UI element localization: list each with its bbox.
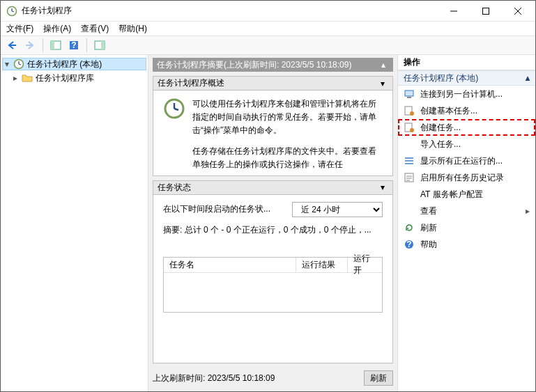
collapse-icon[interactable]: ▴	[526, 73, 530, 83]
app-icon	[6, 6, 17, 17]
summary-header-text: 任务计划程序摘要(上次刷新时间: 2023/5/5 10:18:09)	[157, 59, 351, 71]
task-table: 任务名 运行结果 运行开	[163, 257, 383, 313]
menu-file[interactable]: 文件(F)	[6, 23, 33, 35]
time-range-select[interactable]: 近 24 小时	[292, 202, 383, 217]
help-icon: ?	[404, 239, 415, 250]
action-help[interactable]: ? 帮助	[398, 236, 535, 253]
toolbar: ?	[1, 36, 535, 55]
actions-group-label: 任务计划程序 (本地)	[404, 72, 478, 84]
svg-text:?: ?	[406, 240, 411, 249]
show-hide-action-pane-button[interactable]	[91, 37, 108, 54]
svg-rect-4	[483, 8, 489, 14]
tree-root[interactable]: ▾ 任务计划程序 (本地)	[2, 58, 146, 70]
menu-help[interactable]: 帮助(H)	[118, 23, 147, 35]
svg-rect-27	[405, 157, 413, 159]
expand-icon[interactable]: ▸	[12, 73, 19, 83]
task-icon	[404, 105, 415, 116]
action-create-basic-task[interactable]: 创建基本任务...	[398, 102, 535, 119]
col-task-name[interactable]: 任务名	[164, 258, 296, 272]
show-hide-console-tree-button[interactable]	[47, 37, 64, 54]
folder-icon	[22, 72, 33, 84]
content-area: ▾ 任务计划程序 (本地) ▸ 任务计划程序库 任务计划程序摘要(上次刷新时间:…	[1, 55, 535, 391]
last-refresh-label: 上次刷新时间: 2023/5/5 10:18:09	[153, 373, 275, 384]
status-summary-line: 摘要: 总计 0 个 - 0 个正在运行，0 个成功，0 个停止，...	[163, 224, 383, 236]
svg-rect-29	[405, 163, 413, 164]
action-label: 连接到另一台计算机...	[420, 88, 503, 100]
actions-pane-title: 操作	[398, 55, 535, 70]
overview-title: 任务计划程序概述	[158, 77, 224, 89]
menu-action[interactable]: 操作(A)	[43, 23, 71, 35]
refresh-button[interactable]: 刷新	[364, 370, 393, 386]
summary-header: 任务计划程序摘要(上次刷新时间: 2023/5/5 10:18:09) ▴	[153, 58, 393, 72]
svg-rect-21	[405, 91, 413, 96]
expand-icon[interactable]: ▾	[3, 59, 10, 69]
close-button[interactable]	[502, 1, 534, 22]
submenu-arrow-icon: ▸	[526, 206, 530, 216]
tree-pane: ▾ 任务计划程序 (本地) ▸ 任务计划程序库	[1, 55, 148, 391]
forward-button[interactable]	[22, 37, 38, 54]
minimize-button[interactable]	[438, 1, 470, 22]
import-icon	[404, 139, 415, 150]
svg-rect-28	[405, 160, 413, 162]
action-label: 启用所有任务历史记录	[420, 172, 504, 184]
actions-pane: 操作 任务计划程序 (本地) ▴ 连接到另一台计算机... 创建基本任务... …	[398, 55, 535, 391]
svg-rect-22	[407, 97, 411, 98]
col-result[interactable]: 运行结果	[296, 258, 348, 272]
action-label: AT 服务帐户配置	[420, 189, 483, 201]
maximize-button[interactable]	[470, 1, 502, 22]
action-create-task[interactable]: 创建任务...	[398, 119, 535, 136]
menu-bar: 文件(F) 操作(A) 查看(V) 帮助(H)	[1, 22, 535, 36]
svg-rect-14	[101, 41, 105, 49]
overview-title-bar: 任务计划程序概述 ▾	[153, 77, 392, 91]
overview-text2: 任务存储在任务计划程序库的文件夹中。若要查看单独任务上的操作或执行这操作，请在任	[192, 145, 383, 171]
overview-text: 可以使用任务计划程序来创建和管理计算机将在所指定的时间自动执行的常见任务。若要开…	[192, 97, 383, 138]
action-label: 刷新	[420, 222, 437, 234]
action-connect-computer[interactable]: 连接到另一台计算机...	[398, 86, 535, 102]
action-enable-history[interactable]: 启用所有任务历史记录	[398, 169, 535, 186]
actions-group-header[interactable]: 任务计划程序 (本地) ▴	[398, 70, 535, 86]
computer-icon	[404, 88, 415, 100]
action-at-service-account[interactable]: AT 服务帐户配置	[398, 186, 535, 203]
collapse-icon[interactable]: ▾	[377, 79, 388, 88]
clock-icon	[163, 97, 185, 120]
action-view[interactable]: 查看 ▸	[398, 203, 535, 219]
svg-point-24	[410, 111, 414, 116]
blank-icon	[404, 205, 415, 217]
collapse-icon[interactable]: ▾	[377, 182, 388, 192]
toolbar-separator	[43, 38, 43, 52]
toolbar-separator	[86, 38, 87, 52]
blank-icon	[404, 189, 415, 200]
collapse-icon[interactable]: ▴	[378, 60, 389, 70]
status-title: 任务状态	[158, 182, 191, 194]
action-label: 创建任务...	[420, 122, 461, 134]
task-icon	[404, 122, 415, 133]
tree-root-label: 任务计划程序 (本地)	[27, 58, 102, 70]
action-label: 导入任务...	[420, 139, 461, 150]
svg-text:?: ?	[71, 40, 76, 50]
list-icon	[404, 155, 415, 166]
refresh-icon	[404, 222, 415, 233]
title-bar: 任务计划程序	[1, 1, 535, 22]
history-icon	[404, 172, 415, 183]
tree-library[interactable]: ▸ 任务计划程序库	[2, 72, 146, 84]
action-import-task[interactable]: 导入任务...	[398, 136, 535, 152]
svg-point-26	[410, 128, 414, 132]
col-run-start[interactable]: 运行开	[348, 258, 382, 272]
help-button[interactable]: ?	[66, 37, 82, 54]
last-refresh-row: 上次刷新时间: 2023/5/5 10:18:09 刷新	[153, 368, 393, 389]
action-show-running[interactable]: 显示所有正在运行的...	[398, 152, 535, 169]
table-header: 任务名 运行结果 运行开	[164, 258, 382, 273]
svg-rect-10	[51, 41, 54, 49]
back-button[interactable]	[3, 37, 20, 54]
tree-library-label: 任务计划程序库	[36, 72, 94, 84]
action-label: 显示所有正在运行的...	[420, 155, 503, 167]
menu-view[interactable]: 查看(V)	[81, 23, 109, 35]
action-label: 帮助	[420, 239, 437, 251]
scheduler-icon	[13, 58, 24, 70]
action-refresh[interactable]: 刷新	[398, 219, 535, 236]
action-label: 创建基本任务...	[420, 105, 477, 117]
action-label: 查看	[420, 205, 437, 217]
summary-pane: 任务计划程序摘要(上次刷新时间: 2023/5/5 10:18:09) ▴ 任务…	[148, 55, 398, 391]
window-title: 任务计划程序	[22, 5, 438, 17]
status-title-bar: 任务状态 ▾	[153, 181, 392, 195]
